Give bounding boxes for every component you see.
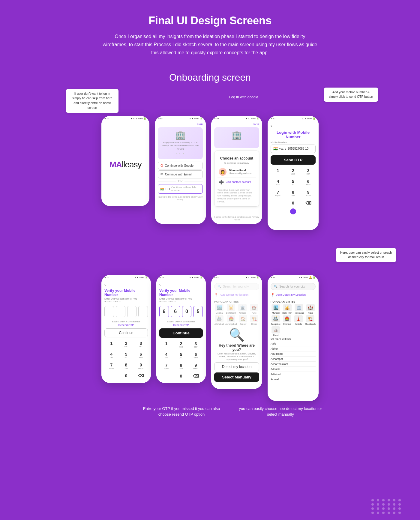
city-ambala-7[interactable]: 🏛️Ambala <box>237 304 248 314</box>
key-5-8[interactable]: 8TUV <box>119 361 133 371</box>
key-6-3[interactable]: 3DEF <box>189 339 203 350</box>
otp-box-4[interactable] <box>138 306 148 317</box>
city-abu-road[interactable]: Abu Road <box>271 351 316 357</box>
add-account-item[interactable]: ➕ Add another account <box>218 178 256 186</box>
key-5-5[interactable]: 5JKL <box>119 350 133 360</box>
key-5-7[interactable]: 7PQRS <box>104 361 118 371</box>
city-pune-8[interactable]: 🏰Pune <box>305 304 316 314</box>
key-9[interactable]: 9WXYZ <box>301 188 316 198</box>
send-otp-btn[interactable]: Send OTP <box>271 155 316 165</box>
key-5-4[interactable]: 4GHI <box>104 350 118 360</box>
otp-box-6-2[interactable]: 6 <box>171 306 180 317</box>
key-5-6[interactable]: 6MNO <box>134 350 148 360</box>
key-8[interactable]: 8TUV <box>286 188 301 198</box>
city-pune-7[interactable]: 🏰Pune <box>249 304 260 314</box>
back-arrow-6[interactable]: ‹ <box>159 282 203 287</box>
city-kochi-8[interactable]: ⛪Kochi <box>271 326 281 336</box>
mobile-input[interactable]: 🇮🇳 +91 Continue with mobile number <box>158 184 203 194</box>
google-btn[interactable]: G Continue with Google <box>158 162 203 169</box>
city-abhor[interactable]: Abhor <box>271 346 316 351</box>
otp-box-1[interactable] <box>104 306 114 317</box>
account-name: Bhavna Patel <box>229 169 252 172</box>
mobile-placeholder: Continue with mobile number <box>171 186 200 192</box>
city-hyd-8[interactable]: 🏛️Hyderabad <box>294 304 304 314</box>
city-mumbai-7[interactable]: 🏙️Mumbai <box>214 304 225 314</box>
key-6-4[interactable]: 4GHI <box>159 350 173 360</box>
page-title: Final UI Design Screens <box>12 14 408 27</box>
city-bang-8[interactable]: 🏯Bangalore <box>271 315 281 325</box>
resend-link-6[interactable]: Resend OTP <box>159 324 203 327</box>
key-4[interactable]: 4GHI <box>271 177 285 187</box>
cities-row1-7: 🏙️Mumbai 🕌Delhi NCR 🏛️Ambala 🏰Pune <box>214 304 259 314</box>
city-search-7[interactable]: 🔍 Search for your city <box>214 283 259 290</box>
city-chen-8[interactable]: 🏟️Chennai <box>282 315 292 325</box>
key-del[interactable]: ⌫ <box>301 199 316 207</box>
city-acharrpakkam[interactable]: Acharrpakkam <box>271 362 316 367</box>
continue-btn-5[interactable]: Continue <box>104 328 148 337</box>
auto-detect-8[interactable]: 📍 Auto Detect My Location <box>271 292 316 299</box>
key-6-5[interactable]: 5JKL <box>174 350 188 360</box>
city-acimal[interactable]: Acimal <box>271 377 316 382</box>
key-5-del[interactable]: ⌫ <box>134 372 148 380</box>
account-item[interactable]: 👩 Bhavna Patel bhavsara@gmail.com <box>218 166 256 178</box>
key-5[interactable]: 5JKL <box>286 177 301 187</box>
email-btn[interactable]: ✉ Continue with Email <box>158 170 203 178</box>
select-manually-btn[interactable]: Select Manually <box>214 372 259 382</box>
key-6-6[interactable]: 6MNO <box>189 350 203 360</box>
city-chd-8[interactable]: 🏗️Chandigarh <box>305 315 316 325</box>
otp-box-6-4[interactable]: 5 <box>193 306 203 317</box>
back-arrow-5[interactable]: ‹ <box>104 282 148 287</box>
key-6-7[interactable]: 7PQRS <box>159 361 173 371</box>
key-6-2[interactable]: 2ABC <box>174 339 188 350</box>
key-6-9[interactable]: 9WXYZ <box>189 361 203 371</box>
auto-detect-7[interactable]: 📍 Auto Detect My location <box>214 292 259 299</box>
key-5-1[interactable]: 1 <box>104 339 118 349</box>
google-label: Continue with Google <box>165 164 194 167</box>
city-achampet[interactable]: Achampet <box>271 357 316 362</box>
city-kol-8[interactable]: 🗼Kolkata <box>293 315 304 325</box>
city-delhi-7[interactable]: 🕌Delhi NCR <box>226 304 236 314</box>
skip-link-3[interactable]: SKIP <box>214 123 259 126</box>
key-6-del[interactable]: ⌫ <box>189 372 203 380</box>
city-adilabad[interactable]: Adilabad <box>271 372 316 377</box>
city-aur-7[interactable]: 🏟️Aurangabad <box>225 315 237 325</box>
key-6-8[interactable]: 8TUV <box>174 361 188 371</box>
back-arrow-4[interactable]: ‹ <box>271 123 316 128</box>
mobile-input-box[interactable]: 🇮🇳 +91 ∨ 9055527088 10 <box>271 145 316 153</box>
otp-box-6-1[interactable]: 6 <box>159 306 169 317</box>
flag-icon: 🇮🇳 <box>160 187 164 191</box>
city-mumbai-8[interactable]: 🏙️Mumbai <box>271 304 281 314</box>
city-alh-7[interactable]: 🏯Allahabad <box>214 315 224 325</box>
detect-location-btn[interactable]: Detect my location <box>214 362 259 371</box>
city-dho-7[interactable]: 🏗️Dhore <box>249 315 259 325</box>
key-6[interactable]: 6MNO <box>301 177 316 187</box>
otp-box-3[interactable] <box>127 306 137 317</box>
continue-btn-6[interactable]: Continue <box>159 328 203 338</box>
status-bar-7: 9:41 ▲▲ WiFi 🔋 <box>211 275 262 279</box>
city-search-body: 🔍 Search for your city 📍 Auto Detect My … <box>268 279 319 401</box>
key-5-3[interactable]: 3DEF <box>134 339 148 349</box>
key-2[interactable]: 2ABC <box>286 166 301 177</box>
city-can-7[interactable]: 🏠Canner <box>238 315 248 325</box>
mobile-field-label: Mobile Number <box>271 141 316 144</box>
key-5-9[interactable]: 9WXYZ <box>134 361 148 371</box>
city-addanki[interactable]: Addanki <box>271 367 316 372</box>
key-6-1[interactable]: 1 <box>159 339 173 350</box>
key-1[interactable]: 1 <box>271 166 285 177</box>
popular-label-7: POPULAR CITIES <box>214 300 259 303</box>
otp-box-6-3[interactable]: 0 <box>182 306 192 317</box>
key-3[interactable]: 3DEF <box>301 166 316 177</box>
verify-subtitle-5: Enter OTP we just sent to: +91 905552708… <box>104 297 148 303</box>
city-aalo[interactable]: Aalo <box>271 341 316 346</box>
key-7[interactable]: 7PQRS <box>271 188 285 198</box>
key-6-0[interactable]: 0 <box>174 372 188 380</box>
key-5-2[interactable]: 2ABC <box>119 339 133 349</box>
key-5-0[interactable]: 0 <box>119 372 133 380</box>
account-email: bhavsara@gmail.com <box>229 172 252 175</box>
resend-link-5[interactable]: Resend OTP <box>104 324 148 327</box>
key-0[interactable]: 0 <box>286 199 301 207</box>
otp-box-2[interactable] <box>116 306 125 317</box>
city-delhi-8[interactable]: 🕌Delhi NCR <box>282 304 293 314</box>
city-search-8[interactable]: 🔍 Search for your city <box>271 283 316 290</box>
skip-link-2[interactable]: SKIP <box>158 123 203 126</box>
